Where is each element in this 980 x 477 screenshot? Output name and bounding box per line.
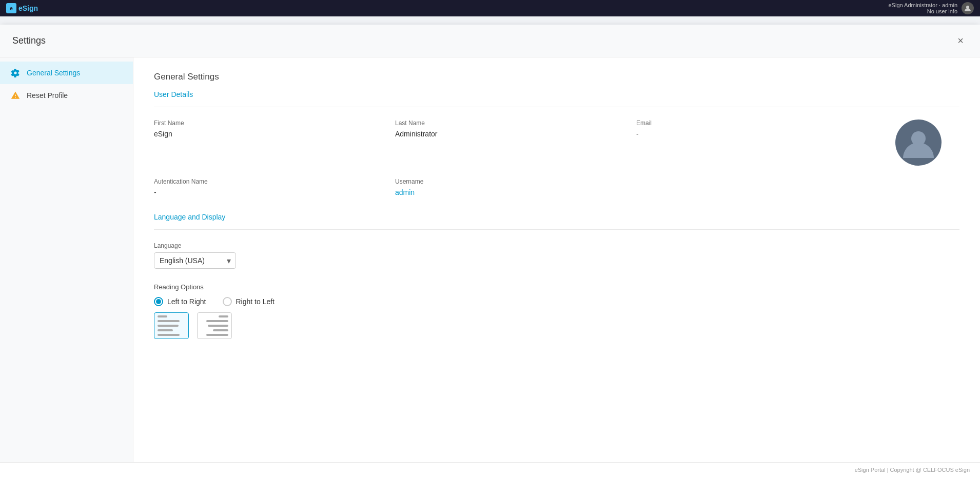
language-section-title: Language and Display [154, 213, 959, 221]
line1 [158, 315, 167, 317]
footer-text: eSign Portal | Copyright @ CELFOCUS eSig… [855, 467, 970, 473]
settings-body: General Settings Reset Profile General S… [0, 57, 980, 462]
radio-btn-rtl [223, 297, 232, 306]
reading-icons-row [154, 312, 959, 339]
content-area: General Settings User Details First Name… [133, 57, 980, 462]
last-name-value: Administrator [395, 130, 624, 138]
line5 [158, 334, 180, 336]
warning-icon [10, 90, 21, 101]
line4 [158, 329, 173, 331]
reading-lines-rtl [198, 312, 231, 339]
close-button[interactable]: × [953, 33, 968, 49]
language-section: Language and Display Language English (U… [154, 213, 959, 339]
topbar-logo: e eSign [6, 3, 38, 13]
user-avatar [962, 2, 974, 14]
language-select-wrapper: English (USA) ▾ [154, 252, 236, 269]
reading-options-row: Left to Right Right to Left [154, 297, 959, 306]
user-details-row2: Autentication Name - Username admin [154, 178, 959, 196]
line3 [158, 325, 179, 327]
field-auth-name: Autentication Name - [154, 178, 383, 196]
topbar-user-info: eSign Administrator · admin No user info [888, 2, 974, 14]
username-label: Username [395, 178, 624, 185]
user-info: No user info [888, 8, 957, 14]
settings-header: Settings × [0, 25, 980, 57]
settings-dialog: Settings × General Settings [0, 25, 980, 477]
sidebar: General Settings Reset Profile [0, 57, 133, 462]
logo-text: eSign [18, 4, 38, 12]
rtl-line5 [206, 334, 228, 336]
reading-options-label: Reading Options [154, 283, 959, 291]
reading-lines-ltr [154, 312, 188, 339]
rtl-line3 [208, 325, 229, 327]
logo-icon: e [6, 3, 16, 13]
sidebar-item-label-general: General Settings [27, 69, 80, 77]
email-value: - [636, 130, 865, 138]
radio-rtl[interactable]: Right to Left [223, 297, 275, 306]
line2 [158, 320, 180, 322]
auth-name-value: - [154, 188, 383, 196]
radio-btn-ltr [154, 297, 163, 306]
radio-label-ltr: Left to Right [167, 297, 206, 306]
sidebar-item-label-reset: Reset Profile [27, 91, 68, 100]
field-first-name: First Name eSign [154, 120, 383, 166]
user-details-section-title: User Details [154, 90, 959, 98]
topbar: e eSign eSign Administrator · admin No u… [0, 0, 980, 16]
settings-title: Settings [12, 35, 46, 46]
rtl-line4 [213, 329, 228, 331]
sidebar-item-general-settings[interactable]: General Settings [0, 62, 133, 84]
user-avatar-large [895, 120, 942, 166]
first-name-value: eSign [154, 130, 383, 138]
language-select[interactable]: English (USA) [154, 252, 236, 269]
language-divider [154, 229, 959, 230]
sidebar-item-reset-profile[interactable]: Reset Profile [0, 84, 133, 107]
rtl-line2 [206, 320, 228, 322]
last-name-label: Last Name [395, 120, 624, 127]
auth-name-label: Autentication Name [154, 178, 383, 185]
field-email: Email - [636, 120, 865, 166]
rtl-line1 [219, 315, 228, 317]
reading-icon-rtl[interactable] [197, 312, 232, 339]
field-username: Username admin [395, 178, 624, 196]
email-label: Email [636, 120, 865, 127]
user-name: eSign Administrator · admin [888, 2, 957, 8]
main-container: Settings × General Settings [0, 16, 980, 477]
footer: eSign Portal | Copyright @ CELFOCUS eSig… [0, 462, 980, 477]
user-details-divider [154, 107, 959, 107]
field-last-name: Last Name Administrator [395, 120, 624, 166]
language-label: Language [154, 242, 959, 249]
radio-ltr[interactable]: Left to Right [154, 297, 206, 306]
reading-icon-ltr[interactable] [154, 312, 189, 339]
username-value: admin [395, 188, 624, 196]
user-details-row1: First Name eSign Last Name Administrator… [154, 120, 959, 166]
gear-icon [10, 68, 21, 78]
radio-label-rtl: Right to Left [236, 297, 275, 306]
first-name-label: First Name [154, 120, 383, 127]
page-title: General Settings [154, 72, 959, 82]
